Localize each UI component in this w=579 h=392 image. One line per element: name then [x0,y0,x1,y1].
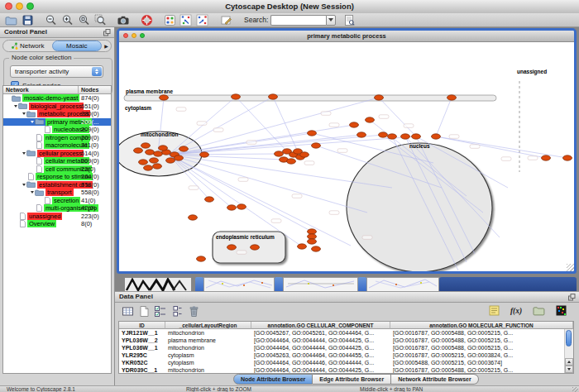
disclosure-triangle-icon[interactable] [22,184,26,186]
network-node[interactable] [412,134,421,139]
background-window-titlebar[interactable] [439,277,577,291]
network-node[interactable] [563,155,572,160]
network-node[interactable] [144,165,153,170]
network-window-titlebar[interactable]: primary metabolic process [119,31,574,42]
network-node[interactable] [287,159,296,164]
network-node[interactable] [350,122,359,127]
network-node[interactable] [447,95,457,100]
network-node[interactable] [227,205,237,210]
network-node[interactable] [179,146,189,151]
network-node[interactable] [542,155,551,160]
background-window-overview[interactable] [124,277,192,291]
network-node[interactable] [200,152,209,157]
open-file-icon[interactable] [4,14,17,26]
disclosure-triangle-icon[interactable] [22,112,26,115]
app-resize-grip[interactable] [572,387,578,392]
table-row[interactable]: YKR052Ccytoplasm[GO:0044464, GO:0044446,… [119,359,573,366]
table-column-header[interactable]: _cellularLayoutRegion [165,322,251,329]
table-row[interactable]: YPL036W__1mitochondrion[GO:0044464, GO:0… [119,344,573,351]
network-node[interactable] [308,229,317,234]
annotate-icon[interactable] [219,14,232,26]
tree-row[interactable]: cell communicat22(0) [3,165,111,174]
network-node[interactable] [432,134,441,139]
network-node[interactable] [150,158,159,163]
tree-row[interactable]: secretion41(0) [3,197,111,205]
tree-row[interactable]: Overview8(0) [3,220,111,228]
network-node[interactable] [300,152,309,157]
tab-edge-attribute-browser[interactable]: Edge Attribute Browser [313,374,391,385]
minimize-view-button[interactable] [132,33,136,38]
tree-row[interactable]: macromolecule311(0) [3,141,111,150]
disclosure-triangle-icon[interactable] [14,105,17,108]
advanced-search-icon[interactable] [342,14,356,26]
network-node[interactable] [160,95,169,100]
network-node[interactable] [197,256,206,261]
tree-row[interactable]: cellular metabo209(0) [3,157,111,165]
tab-network-attribute-browser[interactable]: Network Attribute Browser [391,374,478,385]
tab-node-attribute-browser[interactable]: Node Attribute Browser [233,374,313,385]
network-node[interactable] [153,164,162,169]
notepad-icon[interactable] [487,304,500,317]
background-window-edge[interactable] [358,277,366,291]
table-column-header[interactable]: annotation.GO CELLULAR_COMPONENT [251,322,390,329]
tree-row[interactable]: establishment of lo558(0) [3,181,111,189]
network-node[interactable] [357,132,366,137]
tree-row[interactable]: mosaic-demo-yeast874(0) [3,94,111,103]
background-window-thumbnail[interactable] [283,277,358,291]
network-node[interactable] [134,148,143,153]
network-node[interactable] [139,160,148,165]
tree-row[interactable]: response to stimulu264(0) [3,173,111,181]
new-attribute-icon[interactable] [137,305,151,318]
table-row[interactable]: YLR295Ccytoplasm[GO:0045263, GO:0044464,… [119,351,573,359]
search-dropdown-button[interactable] [326,15,336,26]
table-row[interactable]: YJR121W__1mitochondrion[GO:0045267, GO:0… [119,329,573,337]
snapshot-camera-icon[interactable] [117,14,130,26]
network-node[interactable] [308,239,317,244]
tree-row[interactable]: metabolic process280(0) [3,110,111,118]
zoom-fit-icon[interactable] [77,14,90,26]
vizmapper-icon[interactable] [163,14,176,26]
table-column-header[interactable]: ID [119,322,165,329]
disclosure-triangle-icon[interactable] [31,121,34,123]
tree-row[interactable]: biological_process651(0) [3,103,111,111]
zoom-out-icon[interactable] [44,14,57,26]
app-titlebar[interactable]: Cytoscape Desktop (New Session) [0,0,579,14]
tab-mosaic[interactable]: Mosaic [52,41,103,51]
network-node[interactable] [227,245,237,250]
layout-b-icon[interactable] [196,14,209,26]
network-node[interactable] [175,155,184,160]
network-canvas[interactable]: plasma membranecytoplasmmitochondrionnuc… [119,42,574,271]
background-window-edge[interactable] [195,277,203,291]
scroll-up-button[interactable] [565,358,573,366]
close-window-button[interactable] [5,2,12,10]
layout-a-icon[interactable] [179,14,193,26]
network-node[interactable] [308,131,317,136]
scrollbar-thumb[interactable] [566,330,572,347]
background-window-thumbnail[interactable] [203,277,275,291]
node-color-dropdown[interactable]: transporter activity [10,65,103,78]
disclosure-triangle-icon[interactable] [22,152,26,155]
background-window-thumbnail[interactable] [366,277,439,291]
tree-row[interactable]: multi-organism pro42(0) [3,204,111,213]
network-node[interactable] [308,234,317,239]
import-attributes-icon[interactable] [532,304,545,317]
close-view-button[interactable] [123,33,128,38]
network-node[interactable] [275,151,284,156]
network-node[interactable] [366,117,375,122]
minimize-window-button[interactable] [16,2,23,10]
delete-attribute-icon[interactable] [187,305,200,318]
network-node[interactable] [401,134,410,139]
tree-column-network[interactable]: Network [3,86,79,94]
tree-row[interactable]: unassigned223(0) [3,213,111,221]
zoom-in-icon[interactable] [60,14,74,26]
network-node[interactable] [166,158,175,163]
tree-column-nodes[interactable]: Nodes [79,86,111,94]
tab-overflow-arrow[interactable]: ▶ [102,43,111,49]
network-node[interactable] [232,94,241,99]
network-node[interactable] [141,143,151,148]
network-node[interactable] [146,150,155,155]
network-node[interactable] [312,246,321,251]
table-row[interactable]: YDR039C__1mitochondrion[GO:0044464, GO:0… [119,366,573,374]
network-node[interactable] [237,204,246,209]
window-resize-grip[interactable] [567,264,574,271]
